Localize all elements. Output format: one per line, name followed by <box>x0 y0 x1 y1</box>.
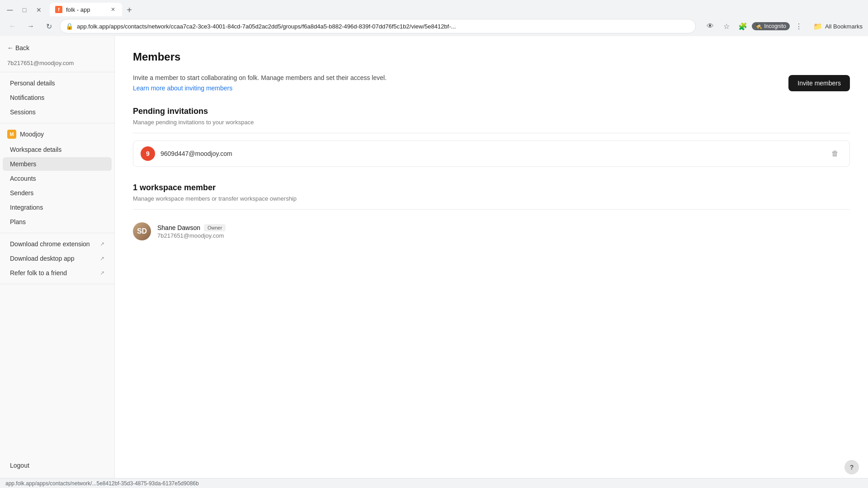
sidebar-item-personal-details[interactable]: Personal details <box>3 76 112 90</box>
incognito-label: Incognito <box>764 23 786 29</box>
shield-icon: 🕵️ <box>755 23 762 29</box>
sessions-label: Sessions <box>10 108 36 116</box>
workspace-icon: M <box>7 130 16 139</box>
window-close-btn[interactable]: ✕ <box>33 4 45 16</box>
sidebar-item-sessions[interactable]: Sessions <box>3 105 112 119</box>
accounts-label: Accounts <box>10 175 36 182</box>
member-name-row: Shane Dawson Owner <box>157 224 850 231</box>
sidebar-item-logout[interactable]: Logout <box>3 459 112 472</box>
pending-section-desc: Manage pending invitations to your works… <box>133 119 850 126</box>
sidebar-item-plans[interactable]: Plans <box>3 215 112 229</box>
members-section-desc: Manage workspace members or transfer wor… <box>133 195 850 202</box>
window-minimize-btn[interactable]: ─ <box>4 4 16 16</box>
url-text: app.folk.app/apps/contacts/network/ccaa7… <box>77 23 690 30</box>
tab-title: folk - app <box>66 6 90 13</box>
help-button[interactable]: ? <box>844 460 859 474</box>
extensions-btn[interactable]: 🧩 <box>736 19 750 33</box>
refer-friend-label: Refer folk to a friend <box>10 269 67 277</box>
address-bar-row: ← → ↻ 🔒 app.folk.app/apps/contacts/netwo… <box>0 16 868 36</box>
workspace-name: Moodjoy <box>20 131 44 138</box>
invite-learn-more-link[interactable]: Learn more about inviting members <box>133 84 232 92</box>
sidebar-item-notifications[interactable]: Notifications <box>3 91 112 104</box>
delete-icon: 🗑 <box>831 150 839 158</box>
toolbar-right: 👁 ☆ 🧩 🕵️ Incognito ⋮ <box>703 19 806 33</box>
sidebar-divider-1 <box>0 123 114 123</box>
url-bar[interactable]: 🔒 app.folk.app/apps/contacts/network/cca… <box>60 19 696 33</box>
sidebar: ← Back 7b217651@moodjoy.com Personal det… <box>0 36 115 478</box>
status-url: app.folk.app/apps/contacts/network/...5e… <box>5 480 199 487</box>
member-role-badge: Owner <box>204 224 226 231</box>
external-link-icon-chrome: ↗ <box>100 241 104 247</box>
sidebar-item-members[interactable]: Members <box>3 157 112 171</box>
invitation-email: 9609d447@moodjoy.com <box>160 150 822 157</box>
nav-forward-btn[interactable]: → <box>24 19 38 33</box>
back-label: Back <box>15 44 29 52</box>
integrations-label: Integrations <box>10 204 43 211</box>
tab-close-btn[interactable]: ✕ <box>109 6 117 13</box>
pending-divider <box>133 133 850 133</box>
lock-icon: 🔒 <box>66 23 73 30</box>
tab-bar: ─ □ ✕ f folk - app ✕ + <box>0 0 868 16</box>
eye-off-btn[interactable]: 👁 <box>703 19 717 33</box>
sidebar-item-senders[interactable]: Senders <box>3 186 112 200</box>
logout-label: Logout <box>10 462 29 469</box>
main-content: Members Invite a member to start collabo… <box>115 36 868 478</box>
sidebar-item-accounts[interactable]: Accounts <box>3 172 112 185</box>
member-avatar: SD <box>133 222 151 240</box>
sidebar-user-email: 7b217651@moodjoy.com <box>0 58 114 72</box>
member-email: 7b217651@moodjoy.com <box>157 232 850 239</box>
browser-menu-btn[interactable]: ⋮ <box>792 19 806 33</box>
members-section-title: 1 workspace member <box>133 183 850 192</box>
invite-text: Invite a member to start collaborating o… <box>133 74 387 92</box>
member-info: Shane Dawson Owner 7b217651@moodjoy.com <box>157 224 850 239</box>
help-icon: ? <box>850 464 854 471</box>
pending-invitations-section: Pending invitations Manage pending invit… <box>133 107 850 167</box>
bookmarks-folder-icon: 📁 <box>813 22 822 31</box>
bookmarks-label: All Bookmarks <box>825 23 863 30</box>
new-tab-btn[interactable]: + <box>123 4 136 16</box>
browser-chrome: ─ □ ✕ f folk - app ✕ + ← → ↻ 🔒 app.folk.… <box>0 0 868 36</box>
page-title: Members <box>133 51 850 63</box>
invite-members-button[interactable]: Invite members <box>788 75 850 91</box>
nav-back-btn[interactable]: ← <box>5 19 20 33</box>
sidebar-item-download-desktop[interactable]: Download desktop app ↗ <box>3 252 112 265</box>
members-divider <box>133 209 850 210</box>
external-link-icon-refer: ↗ <box>100 270 104 276</box>
invite-description: Invite a member to start collaborating o… <box>133 74 387 81</box>
members-label: Members <box>10 160 36 168</box>
invitation-avatar: 9 <box>141 146 155 161</box>
member-avatar-img: SD <box>133 222 151 240</box>
plans-label: Plans <box>10 218 26 225</box>
download-chrome-label: Download chrome extension <box>10 240 90 248</box>
invitation-avatar-letter: 9 <box>146 150 150 157</box>
back-arrow-icon: ← <box>7 44 14 52</box>
external-link-icon-desktop: ↗ <box>100 255 104 262</box>
invitation-delete-button[interactable]: 🗑 <box>828 146 842 161</box>
sidebar-item-workspace-details[interactable]: Workspace details <box>3 143 112 156</box>
active-tab[interactable]: f folk - app ✕ <box>50 3 122 16</box>
app-body: ← Back 7b217651@moodjoy.com Personal det… <box>0 36 868 478</box>
download-desktop-label: Download desktop app <box>10 255 74 262</box>
window-maximize-btn[interactable]: □ <box>18 4 31 16</box>
bookmark-star-btn[interactable]: ☆ <box>719 19 734 33</box>
invite-section: Invite a member to start collaborating o… <box>133 74 850 92</box>
workspace-header: M Moodjoy <box>0 127 114 141</box>
status-bar: app.folk.app/apps/contacts/network/...5e… <box>0 478 868 488</box>
pending-section-title: Pending invitations <box>133 107 850 116</box>
notifications-label: Notifications <box>10 94 44 101</box>
back-button[interactable]: ← Back <box>0 42 114 54</box>
sidebar-item-download-chrome[interactable]: Download chrome extension ↗ <box>3 237 112 251</box>
member-name: Shane Dawson <box>157 224 200 231</box>
workspace-members-section: 1 workspace member Manage workspace memb… <box>133 183 850 246</box>
invitation-row: 9 9609d447@moodjoy.com 🗑 <box>133 141 850 167</box>
incognito-badge: 🕵️ Incognito <box>752 22 790 30</box>
sidebar-divider-3 <box>0 284 114 284</box>
workspace-details-label: Workspace details <box>10 146 61 153</box>
personal-details-label: Personal details <box>10 80 55 87</box>
tab-favicon: f <box>55 6 62 13</box>
sidebar-item-integrations[interactable]: Integrations <box>3 201 112 214</box>
sidebar-divider-2 <box>0 233 114 233</box>
nav-reload-btn[interactable]: ↻ <box>42 19 56 33</box>
senders-label: Senders <box>10 189 33 197</box>
sidebar-item-refer-friend[interactable]: Refer folk to a friend ↗ <box>3 266 112 280</box>
